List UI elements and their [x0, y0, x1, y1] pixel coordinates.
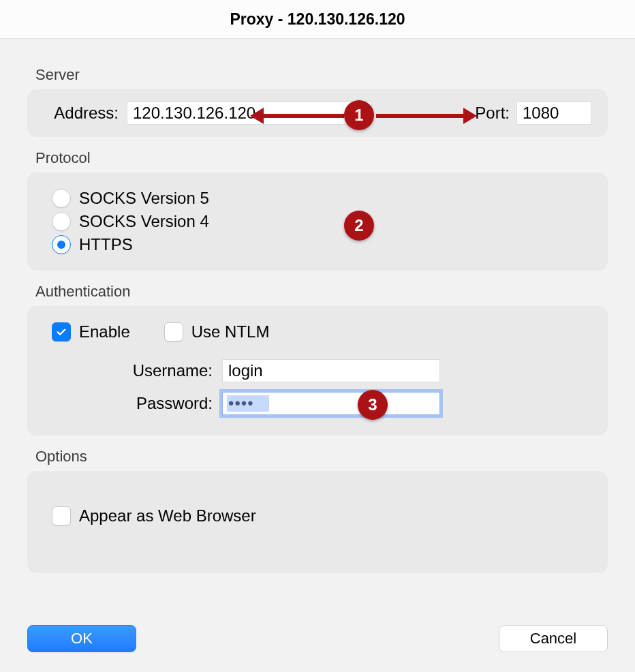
ok-button[interactable]: OK — [27, 625, 136, 652]
enable-checkbox[interactable] — [52, 322, 71, 341]
radio-socks5-label: SOCKS Version 5 — [79, 189, 209, 208]
enable-label: Enable — [79, 322, 130, 341]
annotation-badge-3: 3 — [358, 390, 388, 420]
radio-socks5-row[interactable]: SOCKS Version 5 — [52, 189, 591, 208]
options-section-label: Options — [35, 448, 608, 465]
server-section-label: Server — [35, 66, 608, 84]
auth-panel: Enable Use NTLM Username: Password: — [27, 306, 608, 436]
radio-https-label: HTTPS — [79, 235, 133, 254]
server-panel: Address: Port: — [27, 89, 608, 137]
dialog-body: 1 2 3 Server Address: Port: Protocol SOC… — [0, 39, 635, 672]
ntlm-row[interactable]: Use NTLM — [164, 322, 270, 341]
radio-socks5[interactable] — [52, 189, 71, 208]
annotation-arrow-right — [376, 114, 465, 118]
username-label: Username: — [79, 361, 222, 380]
options-panel: Appear as Web Browser — [27, 471, 608, 573]
username-input[interactable] — [222, 359, 440, 382]
password-label: Password: — [79, 394, 222, 413]
port-label: Port: — [475, 104, 510, 123]
radio-socks4-row[interactable]: SOCKS Version 4 — [52, 212, 591, 231]
radio-https-row[interactable]: HTTPS — [52, 235, 591, 254]
window-title: Proxy - 120.130.126.120 — [0, 0, 635, 39]
port-input[interactable] — [516, 102, 591, 125]
protocol-panel: SOCKS Version 5 SOCKS Version 4 HTTPS — [27, 172, 608, 271]
radio-socks4-label: SOCKS Version 4 — [79, 212, 209, 231]
check-icon — [55, 326, 67, 338]
annotation-badge-2: 2 — [344, 211, 374, 241]
enable-row[interactable]: Enable — [52, 322, 130, 341]
ntlm-label: Use NTLM — [191, 322, 270, 341]
appear-checkbox[interactable] — [52, 506, 71, 525]
radio-socks4[interactable] — [52, 212, 71, 231]
address-label: Address: — [44, 104, 119, 123]
password-input[interactable] — [222, 392, 440, 415]
protocol-section-label: Protocol — [35, 149, 608, 167]
dialog-footer: OK Cancel — [27, 625, 608, 652]
radio-https[interactable] — [52, 235, 71, 254]
address-input[interactable] — [127, 102, 372, 125]
ntlm-checkbox[interactable] — [164, 322, 183, 341]
cancel-button[interactable]: Cancel — [499, 625, 608, 652]
auth-section-label: Authentication — [35, 283, 608, 301]
annotation-badge-1: 1 — [344, 100, 374, 130]
appear-label: Appear as Web Browser — [79, 506, 256, 525]
appear-row[interactable]: Appear as Web Browser — [52, 506, 591, 525]
annotation-arrow-left — [262, 114, 344, 118]
